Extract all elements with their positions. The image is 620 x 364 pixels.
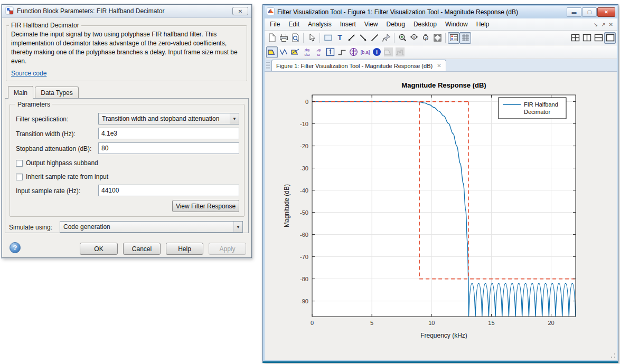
grid-toggle-icon[interactable] xyxy=(459,32,471,44)
tile-grid-icon[interactable] xyxy=(569,32,581,44)
magnitude-response-icon[interactable] xyxy=(266,46,278,58)
pin-icon[interactable] xyxy=(380,32,392,44)
svg-text:-80: -80 xyxy=(300,276,308,282)
phase-response-icon[interactable] xyxy=(278,46,289,58)
help-button[interactable]: Help xyxy=(166,243,203,255)
full-view-icon[interactable] xyxy=(431,32,443,44)
svg-text:x: x xyxy=(354,52,356,55)
menu-file[interactable]: File xyxy=(266,19,284,30)
toolbar-grip-handle[interactable] xyxy=(266,61,270,70)
filter-info-icon[interactable]: i xyxy=(371,46,382,58)
parameters-group-title: Parameters xyxy=(15,101,52,108)
step-response-icon[interactable] xyxy=(336,46,347,58)
float-icon[interactable]: ↗ xyxy=(601,22,605,27)
svg-text:-10: -10 xyxy=(300,121,308,127)
insert-line-icon[interactable] xyxy=(369,32,380,44)
stopband-attenuation-label: Stopband attenuation (dB): xyxy=(16,145,91,152)
figure-tab[interactable]: Figure 1: Filter Visualization Tool - Ma… xyxy=(271,60,446,71)
dialog-titlebar[interactable]: Function Block Parameters: FIR Halfband … xyxy=(2,5,251,18)
print-preview-icon[interactable] xyxy=(289,32,301,44)
figure-tab-label: Figure 1: Filter Visualization Tool - Ma… xyxy=(276,63,433,69)
view-filter-response-button[interactable]: View Filter Response xyxy=(172,200,239,212)
magnitude-response-plot[interactable]: 051015200-10-20-30-40-50-60-70-80-90Magn… xyxy=(265,72,617,360)
magnitude-phase-icon[interactable] xyxy=(289,46,301,58)
print-icon[interactable] xyxy=(278,32,289,44)
close-menubar-icon[interactable]: ✕ xyxy=(609,22,613,27)
svg-text:dω: dω xyxy=(304,52,309,57)
tab-close-icon[interactable]: ✕ xyxy=(437,63,441,69)
legend-toggle-icon[interactable] xyxy=(448,32,459,44)
header-group-title: FIR Halfband Decimator xyxy=(9,22,81,29)
tab-data-types[interactable]: Data Types xyxy=(35,87,79,99)
simulate-using-label: Simulate using: xyxy=(9,224,52,231)
tile-vertical-icon[interactable] xyxy=(581,32,593,44)
svg-text:-φ: -φ xyxy=(316,47,320,52)
svg-text:0: 0 xyxy=(305,99,308,105)
svg-text:ω: ω xyxy=(317,52,320,57)
menu-insert[interactable]: Insert xyxy=(336,19,360,30)
coefficients-icon[interactable]: [b,a] xyxy=(359,46,371,58)
svg-text:dφ: dφ xyxy=(304,47,309,52)
menu-window[interactable]: Window xyxy=(441,19,472,30)
insert-arrow-icon[interactable] xyxy=(357,32,369,44)
input-sample-rate-input[interactable] xyxy=(98,185,239,196)
insert-text-icon[interactable]: T xyxy=(334,32,345,44)
magnitude-estimate-icon xyxy=(382,46,394,58)
minimize-button[interactable]: ▬ xyxy=(567,7,581,17)
insert-double-arrow-icon[interactable] xyxy=(345,32,357,44)
fvtool-titlebar[interactable]: Filter Visualization Tool - Figure 1: Fi… xyxy=(265,6,617,18)
group-delay-icon[interactable]: dφdω xyxy=(301,46,313,58)
svg-text:y: y xyxy=(425,36,427,41)
svg-text:-90: -90 xyxy=(300,298,308,304)
stopband-attenuation-input[interactable] xyxy=(98,142,239,154)
svg-text:-50: -50 xyxy=(300,209,308,216)
pole-zero-icon[interactable]: xxxx xyxy=(347,46,359,58)
menu-edit[interactable]: Edit xyxy=(284,19,304,30)
toolbar-separator xyxy=(303,33,304,43)
zoom-x-icon[interactable]: x xyxy=(408,32,420,44)
svg-text:i: i xyxy=(375,49,377,55)
svg-text:-40: -40 xyxy=(300,187,308,194)
insert-rectangle-icon[interactable] xyxy=(322,32,334,44)
help-ball-icon[interactable]: ? xyxy=(10,242,21,253)
apply-button[interactable]: Apply xyxy=(209,243,246,255)
dock-icon[interactable]: ↘ xyxy=(594,22,598,27)
ok-button[interactable]: OK xyxy=(80,243,118,255)
svg-text:5: 5 xyxy=(370,320,373,326)
tab-main[interactable]: Main xyxy=(8,86,33,99)
block-description: Decimate the input signal by two using p… xyxy=(11,30,246,66)
zoom-y-icon[interactable]: y xyxy=(420,32,431,44)
function-block-parameters-dialog: Function Block Parameters: FIR Halfband … xyxy=(2,4,252,258)
output-highpass-checkbox[interactable] xyxy=(16,160,23,167)
cancel-button[interactable]: Cancel xyxy=(123,243,161,255)
svg-text:-60: -60 xyxy=(300,232,308,238)
transition-width-input[interactable] xyxy=(98,128,239,139)
source-code-link[interactable]: Source code xyxy=(11,70,46,77)
fvtool-window: Filter Visualization Tool - Figure 1: Fi… xyxy=(262,4,618,363)
svg-text:Magnitude Response (dB): Magnitude Response (dB) xyxy=(401,81,486,89)
resize-grip[interactable] xyxy=(610,353,616,358)
zoom-in-icon[interactable] xyxy=(397,32,408,44)
impulse-response-icon[interactable] xyxy=(324,46,336,58)
input-sample-rate-label: Input sample rate (Hz): xyxy=(16,187,80,195)
close-button[interactable]: ✕ xyxy=(597,7,615,17)
edit-pointer-icon[interactable] xyxy=(306,32,317,44)
analysis-toolbar: dφdω-φωxxxx[b,a]i xyxy=(265,45,617,59)
menu-help[interactable]: Help xyxy=(472,19,494,30)
inherit-rate-checkbox[interactable] xyxy=(16,174,23,180)
maximize-button[interactable]: ▢ xyxy=(582,7,597,17)
chevron-down-icon: ▼ xyxy=(230,113,239,124)
simulink-block-icon xyxy=(5,6,14,16)
phase-delay-icon[interactable]: -φω xyxy=(313,46,324,58)
menu-debug[interactable]: Debug xyxy=(382,19,409,30)
menu-desktop[interactable]: Desktop xyxy=(409,19,441,30)
filter-spec-dropdown[interactable]: Transition width and stopband attenuatio… xyxy=(98,113,239,124)
menu-analysis[interactable]: Analysis xyxy=(304,19,336,30)
tile-single-icon[interactable] xyxy=(604,32,616,44)
simulate-using-dropdown[interactable]: Code generation ▼ xyxy=(60,221,243,233)
dialog-title: Function Block Parameters: FIR Halfband … xyxy=(17,7,164,15)
new-file-icon[interactable] xyxy=(266,32,278,44)
menu-view[interactable]: View xyxy=(360,19,382,30)
tile-horizontal-icon[interactable] xyxy=(593,32,604,44)
dialog-close-button[interactable]: ✕ xyxy=(232,7,248,15)
